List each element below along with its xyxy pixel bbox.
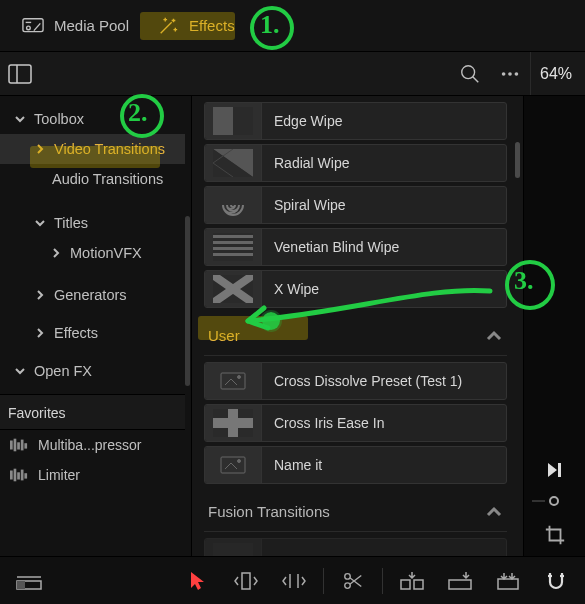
- transition-label: Radial Wipe: [261, 145, 506, 181]
- timeline-view-icon: [16, 571, 42, 591]
- svg-point-1: [27, 26, 31, 30]
- svg-rect-44: [498, 579, 518, 589]
- transition-row[interactable]: [204, 538, 507, 556]
- transition-row[interactable]: Spiral Wipe: [204, 186, 507, 224]
- blade-tool-button[interactable]: [332, 561, 374, 601]
- content-scrollbar[interactable]: [515, 142, 520, 178]
- svg-rect-23: [213, 247, 253, 250]
- svg-rect-18: [213, 107, 233, 135]
- insert-clip-button[interactable]: [391, 561, 433, 601]
- svg-rect-12: [24, 443, 27, 448]
- favorite-item[interactable]: Multiba...pressor: [0, 430, 185, 460]
- selection-tool-button[interactable]: [177, 561, 219, 601]
- svg-rect-30: [213, 418, 253, 428]
- tab-media-pool[interactable]: Media Pool: [8, 11, 143, 41]
- chevron-up-icon: [485, 327, 503, 345]
- dual-view-toggle[interactable]: [0, 64, 40, 84]
- svg-rect-43: [449, 580, 471, 589]
- dynamic-trim-icon: [281, 570, 307, 592]
- sidebar-scrollbar[interactable]: [185, 216, 190, 386]
- tree-openfx-label: Open FX: [34, 363, 92, 379]
- tree-motionvfx[interactable]: MotionVFX: [0, 238, 185, 268]
- tree-toolbox[interactable]: Toolbox: [0, 104, 185, 134]
- svg-rect-9: [14, 439, 17, 452]
- transition-label: Cross Iris Ease In: [261, 405, 506, 441]
- transition-row[interactable]: Radial Wipe: [204, 144, 507, 182]
- playhead-handle[interactable]: [549, 496, 559, 506]
- more-options-button[interactable]: [490, 54, 530, 94]
- transition-label: Spiral Wipe: [261, 187, 506, 223]
- trim-tool-button[interactable]: [225, 561, 267, 601]
- svg-point-27: [238, 376, 241, 379]
- media-pool-icon: [22, 17, 44, 35]
- overwrite-clip-button[interactable]: [439, 561, 481, 601]
- transition-row[interactable]: Cross Dissolve Preset (Test 1): [204, 362, 507, 400]
- chevron-down-icon: [14, 113, 26, 125]
- svg-rect-8: [10, 441, 13, 450]
- tree-video-transitions-label: Video Transitions: [54, 141, 165, 157]
- viewer-gutter: [523, 96, 585, 556]
- transition-label: [261, 539, 506, 556]
- svg-rect-38: [242, 573, 250, 589]
- group-header-fusion[interactable]: Fusion Transitions: [204, 492, 507, 532]
- chevron-right-icon: [34, 327, 46, 339]
- tree-openfx[interactable]: Open FX: [0, 356, 185, 386]
- tree-audio-transitions-label: Audio Transitions: [52, 171, 163, 187]
- transition-thumb: [205, 145, 261, 181]
- svg-rect-11: [21, 440, 24, 451]
- transition-thumb: [205, 539, 261, 556]
- effects-wand-icon: [157, 17, 179, 35]
- transition-row[interactable]: Name it: [204, 446, 507, 484]
- transition-thumb: [205, 229, 261, 265]
- magnet-icon: [544, 570, 568, 592]
- replace-clip-icon: [495, 570, 521, 592]
- transition-row[interactable]: Venetian Blind Wipe: [204, 228, 507, 266]
- svg-rect-0: [23, 19, 43, 32]
- next-clip-button[interactable]: [545, 460, 565, 484]
- svg-rect-36: [17, 581, 25, 589]
- zoom-level[interactable]: 64%: [530, 52, 585, 95]
- transition-label: X Wipe: [261, 271, 506, 307]
- tree-effects[interactable]: Effects: [0, 318, 185, 348]
- transition-row[interactable]: X Wipe: [204, 270, 507, 308]
- dynamic-trim-button[interactable]: [273, 561, 315, 601]
- replace-clip-button[interactable]: [487, 561, 529, 601]
- top-tab-bar: Media Pool Effects: [0, 0, 585, 52]
- svg-point-6: [508, 72, 512, 76]
- svg-rect-34: [558, 463, 561, 477]
- tree-titles-label: Titles: [54, 215, 88, 231]
- tree-audio-transitions[interactable]: Audio Transitions: [0, 164, 185, 194]
- insert-clip-icon: [399, 570, 425, 592]
- transition-row[interactable]: Cross Iris Ease In: [204, 404, 507, 442]
- svg-point-32: [238, 460, 241, 463]
- transition-label: Edge Wipe: [261, 103, 506, 139]
- crop-icon: [544, 524, 566, 546]
- chevron-right-icon: [50, 247, 62, 259]
- tree-generators-label: Generators: [54, 287, 127, 303]
- snap-toggle-button[interactable]: [535, 561, 577, 601]
- transition-thumb: [205, 447, 261, 483]
- tab-effects[interactable]: Effects: [143, 11, 249, 41]
- favorite-item[interactable]: Limiter: [0, 460, 185, 490]
- svg-rect-16: [21, 470, 24, 481]
- transition-thumb: [205, 187, 261, 223]
- group-header-user[interactable]: User: [204, 316, 507, 356]
- favorites-header: Favorites: [0, 394, 185, 430]
- tree-video-transitions[interactable]: Video Transitions: [0, 134, 185, 164]
- svg-rect-19: [233, 107, 253, 135]
- tree-generators[interactable]: Generators: [0, 280, 185, 310]
- search-button[interactable]: [450, 54, 490, 94]
- transition-label: Cross Dissolve Preset (Test 1): [261, 363, 506, 399]
- timeline-view-button[interactable]: [8, 561, 50, 601]
- svg-point-5: [502, 72, 506, 76]
- tree-titles[interactable]: Titles: [0, 208, 185, 238]
- overwrite-clip-icon: [447, 570, 473, 592]
- crop-tool-button[interactable]: [544, 524, 566, 550]
- tab-media-pool-label: Media Pool: [54, 17, 129, 34]
- svg-rect-10: [17, 442, 20, 449]
- audio-fx-icon: [10, 468, 28, 482]
- transition-row[interactable]: Edge Wipe: [204, 102, 507, 140]
- cursor-icon: [189, 570, 207, 592]
- skip-next-icon: [545, 460, 565, 480]
- tab-effects-label: Effects: [189, 17, 235, 34]
